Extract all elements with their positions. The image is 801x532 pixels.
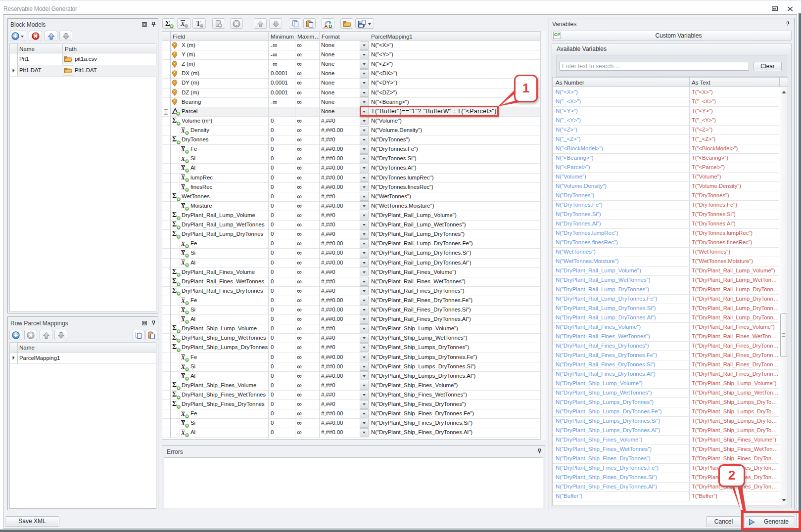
svg-text:B: B — [329, 23, 332, 28]
svg-text:A: A — [325, 23, 328, 28]
